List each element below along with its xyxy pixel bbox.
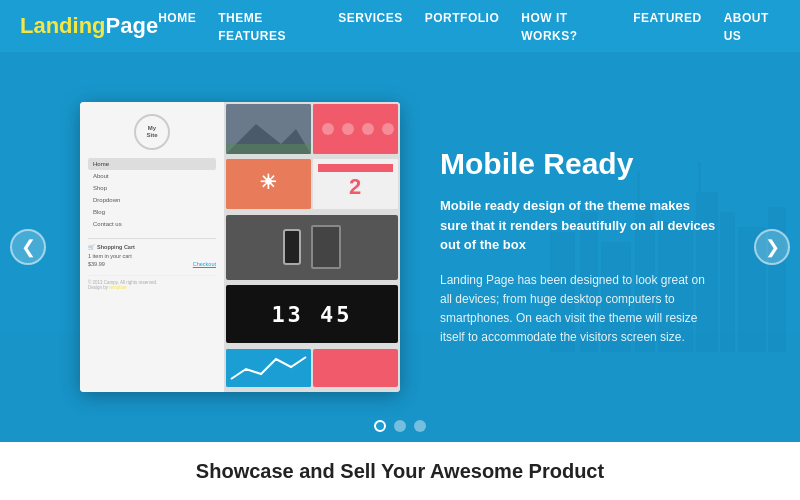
nav-theme-features[interactable]: THEME FEATURES xyxy=(218,11,286,43)
tile-photo1 xyxy=(226,104,311,154)
hero-title: Mobile Ready xyxy=(440,146,720,182)
mockup-nav-blog: Blog xyxy=(88,206,216,218)
tile-clock: 13 45 xyxy=(226,285,398,343)
mockup-nav-shop: Shop xyxy=(88,182,216,194)
cart-item-count: 1 item in your cart xyxy=(88,253,216,259)
svg-text:2: 2 xyxy=(349,174,361,199)
mockup-nav-about: About xyxy=(88,170,216,182)
mockup-copyright: © 2013 Campy. All rights reserved. Desig… xyxy=(88,275,216,290)
logo[interactable]: LandingPage xyxy=(20,13,158,39)
mockup-nav-contact: Contact us xyxy=(88,218,216,230)
hero-description-2: Landing Page has been designed to look g… xyxy=(440,271,720,348)
mockup-nav-home: Home xyxy=(88,158,216,170)
svg-text:☀: ☀ xyxy=(259,171,277,193)
nav-home[interactable]: HOME xyxy=(158,11,196,25)
hero-section: ❮ MySite Home About Shop Dropdown Blog C… xyxy=(0,52,800,442)
slider-prev-button[interactable]: ❮ xyxy=(10,229,46,265)
cart-icon: 🛒 xyxy=(88,244,95,250)
svg-point-18 xyxy=(342,123,354,135)
tile-phone-tablet xyxy=(226,215,398,280)
hero-text-block: Mobile Ready Mobile ready design of the … xyxy=(440,146,720,347)
slider-dots xyxy=(374,420,426,432)
nav-portfolio[interactable]: PORTFOLIO xyxy=(425,11,500,25)
svg-rect-24 xyxy=(318,164,393,172)
mockup-tile-grid: ☀ 2 13 45 xyxy=(224,102,400,392)
svg-point-17 xyxy=(322,123,334,135)
mockup-sidebar: MySite Home About Shop Dropdown Blog Con… xyxy=(80,102,224,392)
checkout-link: Checkout xyxy=(193,261,216,267)
cart-label: Shopping Cart xyxy=(97,244,135,250)
mockup-cart: 🛒 Shopping Cart 1 item in your cart $39.… xyxy=(88,238,216,267)
svg-point-20 xyxy=(382,123,394,135)
nav-links: HOME THEME FEATURES SERVICES PORTFOLIO H… xyxy=(158,8,780,44)
tile-small-coral xyxy=(313,349,398,387)
nav-featured[interactable]: FEATURED xyxy=(633,11,701,25)
hero-description-1: Mobile ready design of the theme makes s… xyxy=(440,196,720,255)
mockup-nav-dropdown: Dropdown xyxy=(88,194,216,206)
slider-dot-1[interactable] xyxy=(374,420,386,432)
svg-rect-26 xyxy=(226,349,311,387)
chevron-right-icon: ❯ xyxy=(765,236,780,258)
cart-price: $39.99 xyxy=(88,261,105,267)
logo-landing: Landing xyxy=(20,13,106,39)
slider-dot-2[interactable] xyxy=(394,420,406,432)
nav-about-us[interactable]: ABOUT US xyxy=(724,11,769,43)
slider-dot-3[interactable] xyxy=(414,420,426,432)
bottom-title: Showcase and Sell Your Awesome Product xyxy=(196,460,604,483)
navbar: LandingPage HOME THEME FEATURES SERVICES… xyxy=(0,0,800,52)
mockup-screenshot: MySite Home About Shop Dropdown Blog Con… xyxy=(80,102,400,392)
svg-rect-15 xyxy=(226,144,311,154)
nav-services[interactable]: SERVICES xyxy=(338,11,402,25)
mockup-site-logo: MySite xyxy=(134,114,170,150)
tile-calendar: 2 xyxy=(313,159,398,209)
logo-page: Page xyxy=(106,13,159,39)
bottom-section: Showcase and Sell Your Awesome Product xyxy=(0,442,800,500)
chevron-left-icon: ❮ xyxy=(21,236,36,258)
tile-coral1 xyxy=(313,104,398,154)
tile-graph xyxy=(226,349,311,387)
hero-content: MySite Home About Shop Dropdown Blog Con… xyxy=(20,102,780,392)
slider-next-button[interactable]: ❯ xyxy=(754,229,790,265)
svg-point-19 xyxy=(362,123,374,135)
nav-how-it-works[interactable]: HOW IT WORKS? xyxy=(521,11,577,43)
tile-weather: ☀ xyxy=(226,159,311,209)
